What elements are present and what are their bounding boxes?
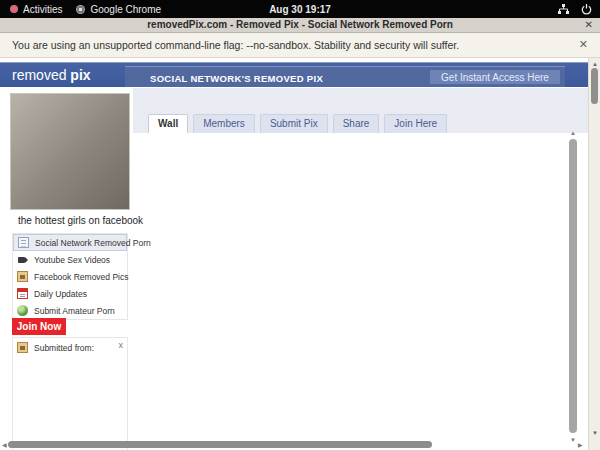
note-icon [18, 237, 29, 248]
horizontal-scroll-thumb[interactable] [8, 441, 432, 448]
profile-photo-placeholder [10, 93, 130, 210]
window-close-icon[interactable]: ✕ [585, 19, 593, 30]
header-banner: SOCIAL NETWORK'S REMOVED PIX Get Instant… [125, 66, 565, 87]
scroll-down-icon[interactable]: ▼ [592, 430, 598, 436]
photo-icon [17, 271, 28, 282]
browser-scroll-thumb[interactable] [591, 68, 598, 104]
page-horizontal-scrollbar[interactable]: ◀ ▶ [0, 440, 588, 449]
sidebar-item-label: Youtube Sex Videos [34, 255, 110, 265]
window-title: removedPix.com - Removed Pix - Social Ne… [0, 19, 600, 30]
camera-icon [17, 254, 28, 265]
photo-caption: the hottest girls on facebook [18, 215, 143, 226]
submitted-from-label: Submitted from: [34, 343, 94, 353]
vertical-scroll-thumb[interactable] [569, 139, 577, 433]
globe-icon [17, 305, 28, 316]
chrome-infobar: You are using an unsupported command-lin… [0, 33, 600, 58]
system-top-bar: Activities Google Chrome Aug 30 19:17 [0, 0, 600, 18]
photo-icon [17, 342, 28, 353]
sidebar-item-submit-amateur-porn[interactable]: Submit Amateur Porn [13, 302, 127, 319]
system-clock[interactable]: Aug 30 19:17 [0, 4, 600, 15]
tab-bar: Wall Members Submit Pix Share Join Here [148, 114, 447, 133]
join-now-button[interactable]: Join Now [12, 318, 66, 335]
tab-share[interactable]: Share [333, 114, 380, 133]
infobar-message: You are using an unsupported command-lin… [12, 39, 459, 51]
content-top-strip: Wall Members Submit Pix Share Join Here [133, 88, 588, 133]
sidebar-item-label: Submit Amateur Porn [34, 306, 115, 316]
site-header: removed pix SOCIAL NETWORK'S REMOVED PIX… [0, 62, 588, 87]
sidebar-item-label: Social Network Removed Porn [35, 238, 151, 248]
submitted-from-box: Submitted from: x [12, 337, 128, 450]
scroll-up-icon[interactable]: ▲ [570, 130, 576, 136]
site-logo[interactable]: removed pix [12, 67, 91, 83]
sidebar-menu: Social Network Removed Porn Youtube Sex … [12, 233, 128, 320]
calendar-icon [17, 288, 28, 299]
tab-join-here[interactable]: Join Here [384, 114, 447, 133]
sidebar-item-youtube-sex-videos[interactable]: Youtube Sex Videos [13, 251, 127, 268]
power-icon[interactable] [581, 4, 592, 15]
submitted-box-close-icon[interactable]: x [119, 340, 124, 350]
sidebar-item-facebook-removed-pics[interactable]: Facebook Removed Pics [13, 268, 127, 285]
site-logo-part1: removed [12, 67, 70, 83]
scroll-up-icon[interactable]: ▲ [592, 61, 598, 67]
browser-scrollbar[interactable]: ▲ ▼ [588, 58, 600, 450]
sidebar-item-label: Facebook Removed Pics [34, 272, 129, 282]
sidebar-item-label: Daily Updates [34, 289, 87, 299]
scroll-right-icon[interactable]: ▶ [578, 441, 583, 448]
sidebar-item-daily-updates[interactable]: Daily Updates [13, 285, 127, 302]
page-viewport: removed pix SOCIAL NETWORK'S REMOVED PIX… [0, 58, 600, 450]
tab-wall[interactable]: Wall [148, 114, 188, 133]
infobar-close-icon[interactable]: ✕ [579, 38, 588, 51]
page-vertical-scrollbar[interactable]: ▲ ▼ [568, 130, 579, 443]
scroll-left-icon[interactable]: ◀ [2, 441, 7, 448]
tab-members[interactable]: Members [193, 114, 255, 133]
banner-text: SOCIAL NETWORK'S REMOVED PIX [150, 73, 323, 84]
window-title-bar: removedPix.com - Removed Pix - Social Ne… [0, 18, 600, 33]
sidebar-item-social-network-removed-porn[interactable]: Social Network Removed Porn [13, 234, 127, 251]
network-icon[interactable] [558, 4, 569, 15]
get-access-button[interactable]: Get Instant Access Here [430, 70, 560, 84]
tab-submit-pix[interactable]: Submit Pix [260, 114, 328, 133]
site-logo-part2: pix [70, 67, 90, 83]
